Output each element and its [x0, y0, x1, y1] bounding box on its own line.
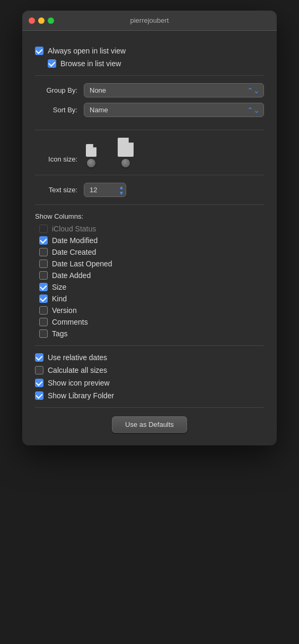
small-file-icon [86, 144, 96, 157]
calculate-all-sizes-checkbox[interactable] [35, 366, 43, 374]
show-icon-preview-row: Show icon preview [35, 379, 264, 387]
icon-size-large [118, 138, 134, 167]
use-relative-dates-checkbox[interactable] [35, 353, 43, 362]
always-open-list-view-label: Always open in list view [48, 47, 126, 55]
column-date-last-opened-label: Date Last Opened [52, 260, 112, 268]
group-by-select-wrapper: None Name Kind Date Modified Date Create… [84, 83, 264, 97]
use-relative-dates-row: Use relative dates [35, 353, 264, 362]
column-version-checkbox[interactable] [39, 306, 48, 315]
minimize-button[interactable] [38, 17, 45, 24]
column-size-label: Size [52, 283, 66, 291]
icon-size-large-knob[interactable] [121, 159, 130, 167]
column-version-label: Version [52, 306, 77, 315]
use-as-defaults-button[interactable]: Use as Defaults [112, 416, 187, 433]
column-comments-checkbox[interactable] [39, 318, 48, 326]
show-library-folder-row: Show Library Folder [35, 391, 264, 400]
column-date-created-checkbox[interactable] [39, 248, 48, 256]
title-bar: pierrejoubert [22, 11, 277, 31]
text-size-label: Text size: [35, 186, 77, 194]
close-button[interactable] [29, 17, 35, 24]
show-library-folder-checkbox[interactable] [35, 391, 43, 400]
column-date-added-row: Date Added [39, 271, 264, 280]
show-library-folder-label: Show Library Folder [48, 391, 114, 400]
column-tags-checkbox[interactable] [39, 329, 48, 338]
defaults-section: Use as Defaults [35, 408, 264, 437]
column-date-created-row: Date Created [39, 248, 264, 256]
column-tags-row: Tags [39, 329, 264, 338]
column-date-modified-label: Date Modified [52, 236, 98, 245]
icon-size-label: Icon size: [35, 155, 77, 167]
column-date-created-label: Date Created [52, 248, 96, 256]
show-icon-preview-checkbox[interactable] [35, 379, 43, 387]
columns-list: iCloud Status Date Modified Date Created… [35, 225, 264, 338]
text-size-arrows: ▲ ▼ [119, 184, 124, 195]
use-relative-dates-label: Use relative dates [48, 353, 107, 362]
large-file-icon [118, 138, 134, 157]
always-open-list-view-row: Always open in list view [35, 47, 264, 55]
text-size-row: Text size: ▲ ▼ [35, 183, 264, 197]
icon-size-small [86, 144, 96, 167]
show-columns-heading: Show Columns: [35, 212, 264, 220]
traffic-lights [29, 17, 54, 24]
browse-list-view-row: Browse in list view [48, 59, 264, 68]
column-kind-label: Kind [52, 294, 67, 303]
column-icloud-status-checkbox[interactable] [39, 225, 48, 233]
column-comments-row: Comments [39, 318, 264, 326]
column-kind-checkbox[interactable] [39, 294, 48, 303]
view-checkboxes-section: Always open in list view Browse in list … [35, 39, 264, 75]
text-size-stepper-wrapper: ▲ ▼ [84, 183, 126, 197]
column-date-last-opened-checkbox[interactable] [39, 260, 48, 268]
column-comments-label: Comments [52, 318, 88, 326]
icon-size-row: Icon size: [35, 138, 264, 167]
icon-size-section: Icon size: [35, 130, 264, 175]
text-size-down-arrow[interactable]: ▼ [119, 190, 124, 195]
column-size-row: Size [39, 283, 264, 291]
sort-by-select[interactable]: Name Kind Date Modified Date Created [84, 103, 264, 117]
column-date-added-label: Date Added [52, 271, 91, 280]
text-size-section: Text size: ▲ ▼ [35, 175, 264, 205]
column-date-last-opened-row: Date Last Opened [39, 260, 264, 268]
column-version-row: Version [39, 306, 264, 315]
browse-list-view-checkbox[interactable] [48, 59, 56, 68]
show-icon-preview-label: Show icon preview [48, 379, 110, 387]
column-date-added-checkbox[interactable] [39, 271, 48, 280]
group-by-row: Group By: None Name Kind Date Modified D… [35, 83, 264, 97]
group-by-select[interactable]: None Name Kind Date Modified Date Create… [84, 83, 264, 97]
group-by-label: Group By: [35, 86, 77, 94]
window-title: pierrejoubert [130, 16, 169, 24]
show-columns-section: Show Columns: iCloud Status Date Modifie… [35, 205, 264, 346]
bottom-options-section: Use relative dates Calculate all sizes S… [35, 346, 264, 408]
column-kind-row: Kind [39, 294, 264, 303]
column-icloud-status-row: iCloud Status [39, 225, 264, 233]
sort-by-label: Sort By: [35, 106, 77, 114]
always-open-list-view-checkbox[interactable] [35, 47, 43, 55]
sort-by-row: Sort By: Name Kind Date Modified Date Cr… [35, 103, 264, 117]
column-icloud-status-label: iCloud Status [52, 225, 96, 233]
column-size-checkbox[interactable] [39, 283, 48, 291]
calculate-all-sizes-row: Calculate all sizes [35, 366, 264, 374]
icon-size-controls [86, 138, 134, 167]
browse-list-view-label: Browse in list view [60, 59, 121, 68]
column-date-modified-checkbox[interactable] [39, 236, 48, 245]
group-sort-section: Group By: None Name Kind Date Modified D… [35, 75, 264, 130]
icon-size-small-knob[interactable] [87, 159, 95, 167]
sort-by-select-wrapper: Name Kind Date Modified Date Created ⌃⌄ [84, 103, 264, 117]
maximize-button[interactable] [48, 17, 54, 24]
text-size-up-arrow[interactable]: ▲ [119, 184, 124, 190]
calculate-all-sizes-label: Calculate all sizes [48, 366, 107, 374]
content-area: Always open in list view Browse in list … [22, 31, 277, 445]
finder-view-options-window: pierrejoubert Always open in list view B… [22, 11, 277, 445]
column-tags-label: Tags [52, 329, 68, 338]
column-date-modified-row: Date Modified [39, 236, 264, 245]
